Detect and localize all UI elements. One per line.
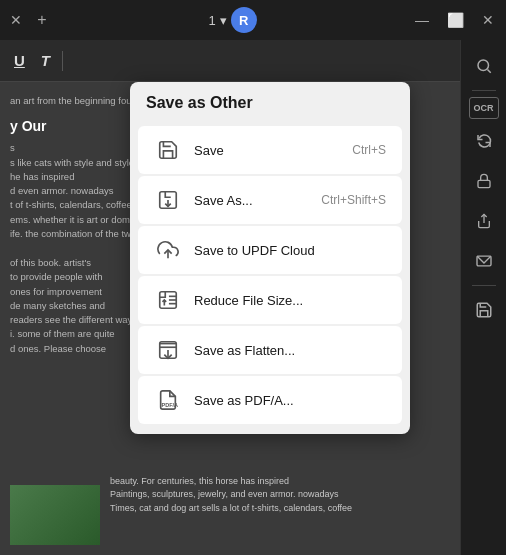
save-icon[interactable] — [466, 292, 502, 328]
title-bar-left: ✕ + — [8, 8, 54, 32]
close-window-button[interactable]: ✕ — [478, 10, 498, 30]
doc-image — [10, 485, 100, 545]
reduce-size-label: Reduce File Size... — [194, 293, 386, 308]
page-number: 1 — [208, 13, 215, 28]
title-bar-center: 1 ▾ R — [208, 7, 256, 33]
text-button[interactable]: T — [37, 50, 54, 71]
footer-line2: Paintings, sculptures, jewelry, and even… — [110, 488, 456, 502]
save-as-shortcut: Ctrl+Shift+S — [321, 193, 386, 207]
ocr-icon[interactable]: OCR — [469, 97, 499, 119]
lock-document-icon[interactable] — [466, 163, 502, 199]
doc-footer: beauty. For centuries, this horse has in… — [110, 475, 456, 516]
svg-text:PDF/A: PDF/A — [162, 402, 179, 408]
sidebar-separator-1 — [472, 90, 496, 91]
dropdown-items-list: SaveCtrl+SSave As...Ctrl+Shift+SSave to … — [130, 126, 410, 424]
save-cloud-label: Save to UPDF Cloud — [194, 243, 386, 258]
save-pdf-a-icon: PDF/A — [154, 386, 182, 414]
right-sidebar: OCR — [460, 40, 506, 555]
dropdown-title: Save as Other — [130, 94, 410, 124]
save-cloud-icon — [154, 236, 182, 264]
save-as-label: Save As... — [194, 193, 309, 208]
minimize-button[interactable]: — — [411, 10, 433, 30]
mail-icon[interactable] — [466, 243, 502, 279]
footer-line3: Times, cat and dog art sells a lot of t-… — [110, 502, 456, 516]
doc-area: U T an art from the beginning found hidd… — [0, 40, 460, 555]
main-area: U T an art from the beginning found hidd… — [0, 40, 506, 555]
save-as-icon — [154, 186, 182, 214]
dropdown-item-save-flatten[interactable]: Save as Flatten... — [138, 326, 402, 374]
save-shortcut: Ctrl+S — [352, 143, 386, 157]
underline-button[interactable]: U — [10, 50, 29, 71]
save-label: Save — [194, 143, 340, 158]
svg-line-14 — [487, 69, 490, 72]
dropdown-item-save-cloud[interactable]: Save to UPDF Cloud — [138, 226, 402, 274]
save-flatten-label: Save as Flatten... — [194, 343, 386, 358]
share-icon[interactable] — [466, 203, 502, 239]
save-icon — [154, 136, 182, 164]
sidebar-separator-2 — [472, 285, 496, 286]
svg-rect-15 — [478, 180, 490, 187]
toolbar-separator — [62, 51, 63, 71]
save-as-other-dropdown: Save as Other SaveCtrl+SSave As...Ctrl+S… — [130, 82, 410, 434]
dropdown-item-save-pdf-a[interactable]: PDF/ASave as PDF/A... — [138, 376, 402, 424]
close-tab-button[interactable]: ✕ — [8, 12, 24, 28]
dropdown-item-save[interactable]: SaveCtrl+S — [138, 126, 402, 174]
reduce-size-icon — [154, 286, 182, 314]
toolbar: U T — [0, 40, 460, 82]
new-tab-button[interactable]: + — [30, 8, 54, 32]
search-icon[interactable] — [466, 48, 502, 84]
save-pdf-a-label: Save as PDF/A... — [194, 393, 386, 408]
svg-point-13 — [478, 60, 489, 71]
save-flatten-icon — [154, 336, 182, 364]
refresh-icon[interactable] — [466, 123, 502, 159]
title-bar-right: — ⬜ ✕ — [411, 10, 498, 30]
chevron-down-icon[interactable]: ▾ — [220, 13, 227, 28]
footer-line1: beauty. For centuries, this horse has in… — [110, 475, 456, 489]
maximize-button[interactable]: ⬜ — [443, 10, 468, 30]
title-bar: ✕ + 1 ▾ R — ⬜ ✕ — [0, 0, 506, 40]
dropdown-item-reduce-size[interactable]: Reduce File Size... — [138, 276, 402, 324]
avatar[interactable]: R — [231, 7, 257, 33]
dropdown-item-save-as[interactable]: Save As...Ctrl+Shift+S — [138, 176, 402, 224]
